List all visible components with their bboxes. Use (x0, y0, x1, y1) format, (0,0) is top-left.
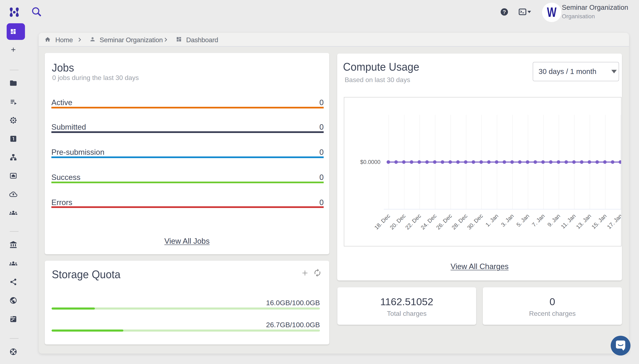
svg-text:11. Jan: 11. Jan (560, 213, 577, 230)
svg-text:3. Jan: 3. Jan (500, 213, 515, 228)
svg-text:17. Jan: 17. Jan (606, 213, 621, 230)
svg-text:24. Dec: 24. Dec (419, 213, 438, 231)
svg-text:15. Jan: 15. Jan (590, 213, 608, 230)
svg-text:18. Dec: 18. Dec (373, 213, 391, 231)
svg-text:7. Jan: 7. Jan (531, 213, 546, 228)
svg-text:5. Jan: 5. Jan (515, 213, 530, 228)
svg-text:$0.0000: $0.0000 (360, 159, 380, 165)
svg-text:9. Jan: 9. Jan (546, 213, 561, 228)
svg-text:1. Jan: 1. Jan (485, 213, 500, 228)
svg-text:30. Dec: 30. Dec (466, 213, 484, 231)
svg-text:22. Dec: 22. Dec (404, 213, 422, 231)
svg-text:26. Dec: 26. Dec (435, 213, 453, 231)
svg-text:13. Jan: 13. Jan (575, 213, 592, 230)
svg-text:28. Dec: 28. Dec (451, 213, 469, 231)
svg-text:20. Dec: 20. Dec (389, 213, 407, 231)
